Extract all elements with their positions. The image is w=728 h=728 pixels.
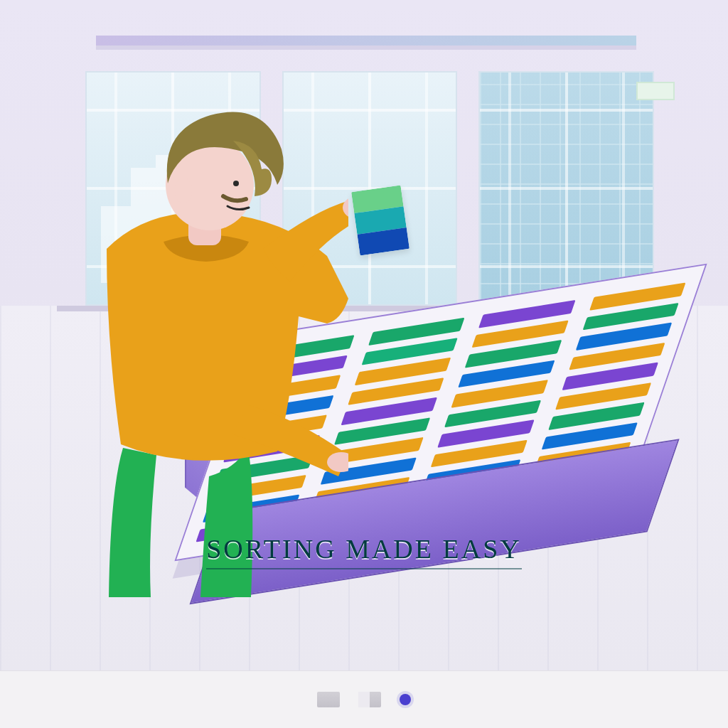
carousel-bar <box>0 670 728 728</box>
ceiling-light-bar <box>96 36 636 46</box>
window-pane-grid <box>478 71 654 306</box>
carousel-dot-active[interactable] <box>400 694 411 705</box>
hero-caption: SORTING MADE EASY <box>0 533 728 564</box>
svg-point-4 <box>175 178 192 203</box>
wall-sign <box>636 82 675 100</box>
carousel-dot[interactable] <box>317 692 340 707</box>
carousel-dot[interactable] <box>358 692 381 707</box>
held-swatch-card <box>351 186 410 256</box>
illustration-stage: SORTING MADE EASY <box>0 0 728 728</box>
hero-caption-text: SORTING MADE EASY <box>206 534 522 569</box>
svg-point-5 <box>233 181 239 186</box>
